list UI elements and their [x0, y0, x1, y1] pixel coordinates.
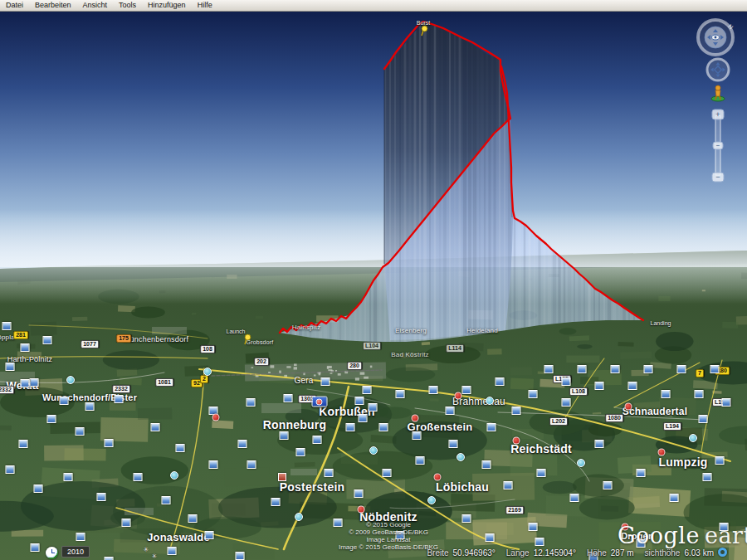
svg-text:−: − — [715, 173, 720, 181]
longitude-label: Länge — [506, 548, 530, 558]
historical-imagery-clock-icon[interactable] — [46, 547, 58, 559]
move-joystick[interactable] — [707, 59, 729, 80]
longitude-value: 12.145904° — [534, 548, 576, 558]
menu-item-ansicht[interactable]: Ansicht — [77, 0, 114, 11]
latitude-value: 50.946963° — [453, 548, 496, 558]
terrain-3d-scene[interactable] — [0, 11, 747, 560]
imagery-date-chip[interactable]: 2010 — [61, 546, 90, 558]
brand-google: Google — [618, 523, 700, 548]
menu-item-tools[interactable]: Tools — [113, 0, 142, 11]
attribution-line: © 2009 GeoBasis-DE/BKG — [339, 528, 438, 536]
latitude-label: Breite — [427, 548, 448, 558]
svg-text:+: + — [715, 110, 720, 119]
attribution-line: © 2015 Google — [339, 521, 438, 528]
zoom-slider[interactable]: + − − — [712, 110, 724, 182]
earth-viewport[interactable]: WeidaWunschendorf/ElsterHarth-PölnitzTöp… — [0, 11, 747, 560]
copyright-attribution: © 2015 Google© 2009 GeoBasis-DE/BKGImage… — [339, 521, 438, 551]
navigation-controls[interactable]: N + — [692, 17, 742, 191]
brand-earth: earth — [705, 523, 747, 548]
google-earth-window: DateiBearbeitenAnsichtToolsHinzufügenHil… — [0, 0, 747, 560]
streaming-indicator — [718, 548, 727, 557]
attribution-line: Image Landsat — [339, 536, 438, 543]
menu-bar: DateiBearbeitenAnsichtToolsHinzufügenHil… — [0, 0, 747, 12]
eye-altitude-label: sichthöhe — [645, 548, 681, 558]
look-joystick[interactable]: N — [698, 20, 734, 55]
google-earth-watermark: Googleearth — [618, 523, 747, 548]
attribution-line: Image © 2015 GeoBasis-DE/BKG — [339, 543, 438, 551]
status-bar: Breite50.946963° Länge12.145904° Höhe287… — [427, 548, 714, 558]
elevation-value: 287 m — [611, 548, 634, 558]
menu-item-datei[interactable]: Datei — [0, 0, 29, 11]
elevation-label: Höhe — [587, 548, 607, 558]
eye-altitude-value: 6.03 km — [684, 548, 714, 558]
menu-item-bearbeiten[interactable]: Bearbeiten — [29, 0, 77, 11]
menu-item-hilfe[interactable]: Hilfe — [192, 0, 218, 11]
svg-text:−: − — [716, 142, 720, 149]
street-view-pegman[interactable] — [711, 85, 725, 101]
menu-item-hinzufgen[interactable]: Hinzufügen — [142, 0, 192, 11]
